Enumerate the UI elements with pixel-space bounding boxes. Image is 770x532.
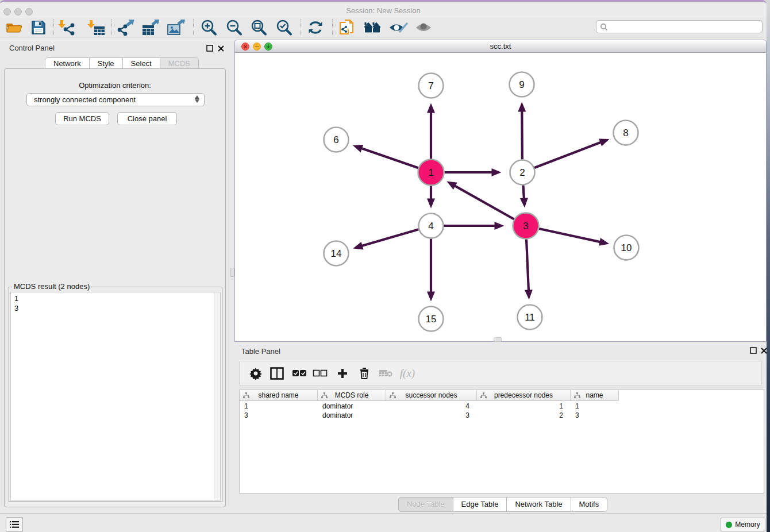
graph-node-label-1: 1 (428, 167, 433, 178)
tab-select[interactable]: Select (123, 57, 160, 70)
main-toolbar (0, 18, 767, 37)
main-titlebar: Session: New Session (0, 3, 767, 18)
search-icon (600, 23, 608, 31)
close-panel-button-2[interactable]: Close panel (117, 112, 177, 125)
edge-arrow-1-7 (427, 103, 435, 113)
status-bar: Memory (0, 513, 767, 532)
zoom-fit-icon[interactable] (248, 20, 269, 36)
edge-3-1[interactable] (455, 186, 514, 219)
save-session-icon[interactable] (28, 20, 49, 36)
edge-arrow-4-3 (495, 222, 505, 230)
run-mcds-button[interactable]: Run MCDS (55, 112, 109, 125)
window-title: Session: New Session (0, 6, 767, 15)
edge-1-6[interactable] (361, 148, 418, 168)
export-table-icon[interactable] (141, 20, 161, 36)
cell[interactable]: 2 (477, 411, 571, 420)
vertical-divider-grip[interactable] (230, 268, 234, 277)
network-window-titlebar[interactable]: × − + scc.txt (235, 40, 766, 53)
column-header-shared-name[interactable]: shared name (240, 390, 318, 401)
search-input[interactable] (596, 20, 763, 33)
column-header-successor-nodes[interactable]: successor nodes (386, 390, 477, 401)
import-table-icon[interactable] (86, 20, 107, 36)
mcds-result-area[interactable]: 13 (10, 292, 221, 500)
edge-3-10[interactable] (539, 229, 601, 242)
graph-node-label-2: 2 (519, 167, 525, 178)
refresh-view-icon[interactable] (305, 20, 326, 36)
cell[interactable]: dominator (318, 411, 386, 420)
import-network-icon[interactable] (57, 20, 78, 36)
close-panel-button[interactable] (217, 44, 225, 52)
tab-mcds[interactable]: MCDS (160, 57, 199, 70)
float-table-panel-button[interactable] (750, 346, 758, 354)
edge-2-8[interactable] (534, 142, 602, 168)
zoom-in-icon[interactable] (198, 20, 219, 36)
mcds-panel: Optimization criterion: strongly connect… (4, 68, 226, 507)
cell[interactable]: 1 (240, 402, 318, 411)
tab-edge-table[interactable]: Edge Table (453, 497, 507, 512)
graph-node-label-7: 7 (428, 80, 433, 91)
node-table[interactable]: shared nameMCDS rolesuccessor nodesprede… (239, 390, 764, 494)
open-file-icon[interactable] (3, 20, 24, 36)
optimization-label: Optimization criterion: (5, 81, 225, 90)
memory-button[interactable]: Memory (721, 518, 765, 531)
cell[interactable]: 3 (240, 411, 318, 420)
tab-network-table[interactable]: Network Table (507, 497, 571, 512)
cell[interactable]: 3 (386, 411, 477, 420)
edge-4-14[interactable] (361, 229, 419, 246)
network-window: × − + scc.txt 7968124314101511 (234, 40, 767, 342)
close-table-panel-button[interactable] (760, 346, 768, 354)
export-image-icon[interactable] (166, 20, 187, 36)
tab-network[interactable]: Network (45, 57, 90, 70)
edge-2-9[interactable] (522, 110, 522, 159)
optimization-dropdown[interactable]: strongly connected component (26, 93, 205, 106)
export-network-icon[interactable] (116, 20, 137, 36)
table-row-2[interactable]: 3dominator323 (240, 411, 619, 420)
tab-motifs[interactable]: Motifs (571, 497, 608, 512)
edge-arrow-4-14 (353, 242, 363, 249)
tab-node-table[interactable]: Node Table (398, 497, 453, 512)
delete-table-icon[interactable] (376, 365, 395, 381)
deselect-all-columns-icon[interactable] (311, 365, 329, 381)
graph-node-label-10: 10 (621, 242, 632, 253)
function-builder-icon[interactable]: f(x) (398, 365, 417, 381)
clone-network-icon[interactable] (337, 20, 357, 36)
tab-style[interactable]: Style (90, 57, 123, 70)
hide-annotations-icon[interactable] (388, 20, 409, 36)
cell[interactable]: 3 (571, 411, 619, 420)
table-row-1[interactable]: 1dominator411 (240, 402, 619, 411)
add-column-icon[interactable] (333, 365, 352, 381)
select-all-columns-icon[interactable] (290, 365, 309, 381)
split-view-icon[interactable] (268, 365, 286, 381)
column-header-MCDS-role[interactable]: MCDS role (318, 390, 386, 401)
graph-node-label-9: 9 (519, 79, 524, 90)
mcds-result-title: MCDS result (2 nodes) (12, 282, 91, 291)
result-scrollbar[interactable] (214, 292, 220, 500)
float-panel-button[interactable] (206, 44, 214, 52)
zoom-out-icon[interactable] (224, 20, 244, 36)
edge-arrow-2-8 (599, 138, 609, 146)
column-header-name[interactable]: name (571, 390, 619, 401)
edge-3-11[interactable] (526, 239, 529, 291)
memory-label: Memory (735, 521, 760, 529)
cell[interactable]: 4 (386, 402, 477, 411)
network-canvas[interactable]: 7968124314101511 (235, 52, 766, 340)
column-header-predecessor-nodes[interactable]: predecessor nodes (477, 390, 571, 401)
network-window-title: scc.txt (235, 42, 766, 51)
graph-node-label-6: 6 (333, 134, 338, 145)
control-panel: Control Panel NetworkStyleSelectMCDS Opt… (0, 40, 230, 510)
task-history-button[interactable] (6, 517, 23, 532)
graph-node-label-14: 14 (331, 248, 342, 259)
horizontal-divider-grip[interactable] (494, 337, 502, 342)
cell[interactable]: dominator (318, 402, 386, 411)
optimization-dropdown-value: strongly connected component (34, 95, 136, 104)
edge-2-3[interactable] (523, 185, 524, 199)
graph-node-label-15: 15 (426, 314, 437, 325)
control-panel-title: Control Panel (9, 44, 55, 52)
show-annotations-icon[interactable] (413, 20, 434, 36)
home-view-icon[interactable] (362, 20, 383, 36)
table-settings-icon[interactable] (247, 365, 265, 381)
cell[interactable]: 1 (571, 402, 619, 411)
delete-column-icon[interactable] (355, 365, 374, 381)
zoom-selected-icon[interactable] (274, 20, 294, 36)
cell[interactable]: 1 (477, 402, 571, 411)
